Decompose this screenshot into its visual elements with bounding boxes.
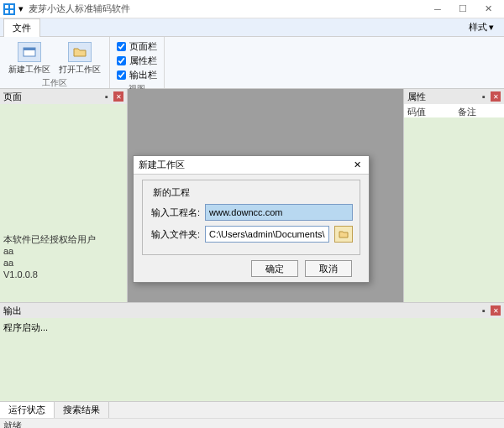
close-button[interactable]: ✕ <box>475 1 501 18</box>
prop-col-code: 码值 <box>404 104 454 117</box>
project-folder-label: 输入文件夹: <box>150 228 200 241</box>
page-bar-check-label: 页面栏 <box>129 40 157 53</box>
output-log-line: 程序启动... <box>3 322 48 332</box>
property-panel-close-button[interactable]: ✕ <box>491 91 501 102</box>
maximize-button[interactable]: ☐ <box>450 1 475 18</box>
page-panel-title: 页面 <box>3 91 22 103</box>
pin-icon[interactable]: ▪ <box>102 91 112 102</box>
output-panel-title: 输出 <box>3 305 22 317</box>
new-project-fieldset: 新的工程 输入工程名: 输入文件夹: <box>142 180 360 255</box>
app-logo-icon <box>3 3 15 15</box>
quick-access-caret[interactable]: ▾ <box>18 3 24 14</box>
output-panel-close-button[interactable]: ✕ <box>491 305 501 316</box>
new-workspace-icon <box>18 42 41 62</box>
file-menu-tab[interactable]: 文件 <box>3 18 40 37</box>
property-panel-body <box>404 117 504 302</box>
tab-run-status[interactable]: 运行状态 <box>0 402 55 418</box>
out-bar-check-label: 输出栏 <box>129 69 157 81</box>
svg-rect-5 <box>24 48 35 50</box>
svg-rect-1 <box>10 5 13 8</box>
open-workspace-button[interactable]: 打开工作区 <box>57 40 102 77</box>
ribbon-group-workspace: 新建工作区 打开工作区 工作区 <box>0 37 110 88</box>
property-columns: 码值 备注 <box>404 104 504 117</box>
project-name-input[interactable] <box>205 204 353 221</box>
svg-rect-2 <box>5 10 8 13</box>
ribbon-group-workspace-label: 工作区 <box>42 77 67 89</box>
page-panel-header: 页面 ▪ ✕ <box>0 89 127 104</box>
prop-bar-check-input[interactable] <box>117 56 126 65</box>
folder-icon <box>339 230 349 238</box>
out-bar-check-input[interactable] <box>117 70 126 80</box>
menu-bar: 文件 样式 ▾ <box>0 18 504 37</box>
property-panel-header: 属性 ▪ ✕ <box>404 89 504 104</box>
output-panel: 输出 ▪ ✕ 程序启动... <box>0 302 504 401</box>
prop-bar-checkbox[interactable]: 属性栏 <box>117 55 157 67</box>
user-line-2: aa <box>3 257 123 269</box>
new-workspace-dialog: 新建工作区 ✕ 新的工程 输入工程名: 输入文件夹: 确定 取消 <box>133 155 370 283</box>
style-label: 样式 <box>469 21 487 34</box>
user-line-1: aa <box>3 245 123 257</box>
page-panel-close-button[interactable]: ✕ <box>113 91 123 102</box>
new-workspace-label: 新建工作区 <box>8 64 50 76</box>
ribbon-toolbar: 新建工作区 打开工作区 工作区 页面栏 属性栏 输出栏 视图 <box>0 37 504 89</box>
bottom-tabs: 运行状态 搜索结果 <box>0 401 504 418</box>
svg-rect-3 <box>10 10 13 13</box>
title-bar: ▾ 麦芽小达人标准辅码软件 ─ ☐ ✕ <box>0 0 504 18</box>
project-folder-input[interactable] <box>205 226 329 243</box>
cancel-button[interactable]: 取消 <box>305 260 352 277</box>
ok-button[interactable]: 确定 <box>251 260 298 277</box>
svg-rect-0 <box>5 5 8 8</box>
output-panel-header: 输出 ▪ ✕ <box>0 303 504 318</box>
version-text: V1.0.0.8 <box>3 269 123 280</box>
tab-search-result[interactable]: 搜索结果 <box>55 402 109 418</box>
new-workspace-button[interactable]: 新建工作区 <box>7 40 52 77</box>
style-dropdown[interactable]: 样式 ▾ <box>462 19 501 35</box>
project-name-label: 输入工程名: <box>150 206 200 219</box>
status-bar: 就绪 <box>0 418 504 428</box>
dialog-close-button[interactable]: ✕ <box>350 159 364 172</box>
open-workspace-label: 打开工作区 <box>59 64 101 76</box>
dialog-titlebar: 新建工作区 ✕ <box>134 156 369 175</box>
page-bar-check-input[interactable] <box>117 42 126 51</box>
page-panel: 页面 ▪ ✕ 本软件已经授权给用户 aa aa V1.0.0.8 <box>0 89 128 302</box>
pin-icon[interactable]: ▪ <box>479 91 489 102</box>
prop-bar-check-label: 属性栏 <box>129 55 157 67</box>
property-panel-title: 属性 <box>407 91 426 103</box>
open-workspace-icon <box>68 42 92 62</box>
ribbon-group-view: 页面栏 属性栏 输出栏 视图 <box>110 37 165 88</box>
browse-folder-button[interactable] <box>334 226 353 243</box>
app-title: 麦芽小达人标准辅码软件 <box>29 3 425 15</box>
prop-col-remark: 备注 <box>454 104 505 117</box>
pin-icon[interactable]: ▪ <box>479 305 489 316</box>
chevron-down-icon: ▾ <box>489 22 494 33</box>
dialog-title: 新建工作区 <box>139 159 185 171</box>
page-panel-body: 本软件已经授权给用户 aa aa V1.0.0.8 <box>0 104 127 302</box>
minimize-button[interactable]: ─ <box>425 1 450 18</box>
license-text: 本软件已经授权给用户 <box>3 233 123 245</box>
out-bar-checkbox[interactable]: 输出栏 <box>117 69 157 81</box>
output-body: 程序启动... <box>0 318 504 401</box>
status-text: 就绪 <box>3 420 22 428</box>
fieldset-label: 新的工程 <box>150 186 193 199</box>
page-bar-checkbox[interactable]: 页面栏 <box>117 40 157 53</box>
property-panel: 属性 ▪ ✕ 码值 备注 <box>403 89 504 302</box>
